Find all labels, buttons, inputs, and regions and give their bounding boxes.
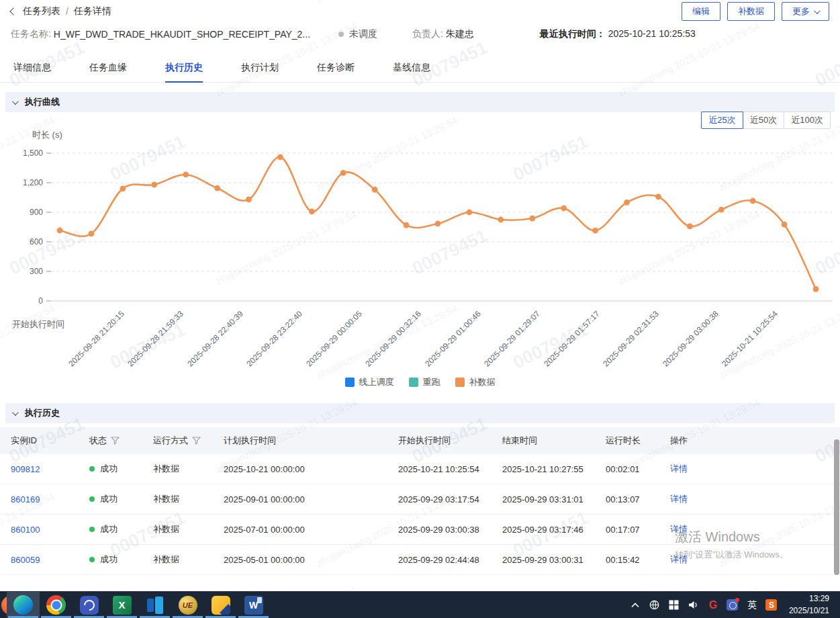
end-time-cell: 2025-09-29 03:17:46 [502, 525, 606, 535]
detail-link[interactable]: 详情 [670, 494, 688, 504]
breadcrumb-task-list[interactable]: 任务列表 [23, 5, 60, 17]
last-run: 最近执行时间： 2025-10-21 10:25:53 [540, 28, 696, 40]
range-button-近100次[interactable]: 近100次 [784, 112, 831, 129]
tab-详细信息[interactable]: 详细信息 [13, 56, 51, 82]
data-point[interactable] [467, 210, 473, 216]
data-point[interactable] [561, 206, 567, 212]
taskbar-app-chat-app[interactable] [73, 592, 105, 618]
legend-swatch-icon [345, 378, 355, 387]
volume-icon[interactable] [686, 592, 701, 618]
back-icon[interactable] [9, 7, 17, 15]
taskbar-app-chrome[interactable] [40, 592, 73, 618]
y-tick-label: 900 [12, 208, 43, 217]
section-title: 执行历史 [25, 407, 60, 419]
detail-link[interactable]: 详情 [670, 554, 688, 564]
planned-time-cell: 2025-10-21 00:00:00 [224, 464, 398, 474]
data-point[interactable] [404, 222, 410, 228]
end-time-cell: 2025-10-21 10:27:55 [502, 464, 606, 474]
data-point[interactable] [498, 217, 504, 223]
detail-link[interactable]: 详情 [670, 464, 688, 474]
data-point[interactable] [782, 222, 788, 228]
instance-id-link[interactable]: 909812 [11, 464, 40, 474]
status-cell: 成功 [89, 463, 153, 475]
data-point[interactable] [372, 187, 378, 193]
chat-badge-app-icon[interactable] [725, 592, 740, 618]
data-point[interactable] [340, 170, 346, 176]
status-text: 未调度 [349, 28, 377, 40]
tab-执行计划[interactable]: 执行计划 [241, 56, 279, 82]
execution-history-table: 实例ID状态运行方式计划执行时间开始执行时间结束时间运行时长操作 909812成… [0, 427, 840, 575]
taskbar-app-excel[interactable]: X [105, 592, 138, 618]
data-point[interactable] [813, 286, 819, 292]
instance-id-link[interactable]: 860169 [11, 494, 40, 504]
filter-icon[interactable] [111, 437, 120, 445]
planned-time-cell: 2025-07-01 00:00:00 [224, 525, 398, 535]
range-button-近50次[interactable]: 近50次 [743, 112, 784, 129]
column-header-实例ID: 实例ID [11, 435, 89, 447]
tab-基线信息[interactable]: 基线信息 [393, 56, 430, 82]
data-point[interactable] [151, 182, 157, 188]
s-app-icon[interactable]: S [764, 592, 779, 618]
task-info-row: 任务名称: H_WF_DWD_TRADE_HKAUDIT_SHOP_RECEIP… [0, 23, 840, 42]
task-name-value: H_WF_DWD_TRADE_HKAUDIT_SHOP_RECEIPT_PAY_… [54, 29, 310, 40]
data-point[interactable] [89, 231, 95, 237]
section-execution-history[interactable]: 执行历史 [5, 403, 835, 423]
filter-icon[interactable] [192, 437, 201, 445]
data-point[interactable] [120, 185, 126, 191]
data-point[interactable] [435, 221, 441, 227]
range-button-近25次[interactable]: 近25次 [701, 112, 743, 129]
edge-icon [13, 595, 33, 615]
vertical-scrollbar-thumb[interactable] [834, 439, 839, 575]
legend-item-线上调度[interactable]: 线上调度 [345, 376, 394, 388]
detail-link[interactable]: 详情 [670, 524, 688, 534]
y-tick-label: 0 [12, 296, 43, 306]
legend-item-补数据[interactable]: 补数据 [455, 376, 496, 388]
legend-item-重跑[interactable]: 重跑 [409, 376, 440, 388]
data-point[interactable] [718, 207, 725, 213]
tab-执行历史[interactable]: 执行历史 [165, 56, 203, 82]
start-time-cell: 2025-09-29 03:00:38 [398, 525, 502, 535]
edit-button[interactable]: 编辑 [682, 2, 720, 21]
breadcrumb: 任务列表 / 任务详情 编辑补数据更多 [0, 0, 840, 23]
data-point[interactable] [750, 198, 756, 204]
taskbar-app-yellow-arrow-app[interactable] [204, 592, 237, 618]
data-point[interactable] [592, 228, 598, 234]
data-point[interactable] [309, 208, 315, 214]
backfill-button[interactable]: 补数据 [727, 2, 775, 21]
network-icon[interactable] [647, 592, 662, 618]
taskbar-app-edge[interactable] [7, 592, 40, 618]
table-row: 860100成功补数据2025-07-01 00:00:002025-09-29… [0, 515, 840, 545]
data-point[interactable] [183, 172, 189, 178]
column-header-开始执行时间: 开始执行时间 [398, 435, 502, 447]
tray-expand-chevron-icon[interactable] [628, 592, 643, 618]
g-app-icon[interactable]: G [706, 592, 720, 618]
taskbar-app-word[interactable]: W [237, 592, 270, 618]
owner: 负责人: 朱建忠 [412, 28, 474, 40]
ime-language-indicator[interactable]: 英 [745, 592, 759, 618]
taskbar-app-blue-h-app[interactable] [138, 592, 171, 618]
chart-legend: 线上调度重跑补数据 [0, 376, 840, 388]
data-point[interactable] [655, 193, 661, 200]
instance-id-link[interactable]: 860100 [11, 525, 40, 535]
data-point[interactable] [624, 200, 630, 206]
clipped-app-icon[interactable] [0, 592, 7, 618]
excel-icon: X [113, 596, 132, 615]
start-time-cell: 2025-09-29 03:17:54 [398, 494, 502, 504]
windows-security-icon[interactable] [667, 592, 682, 618]
data-point[interactable] [246, 197, 252, 203]
taskbar-clock[interactable]: 13:29 2025/10/21 [784, 593, 833, 617]
data-point[interactable] [529, 216, 535, 222]
more-button[interactable]: 更多 [782, 2, 829, 21]
tab-任务诊断[interactable]: 任务诊断 [317, 56, 355, 82]
x-tick-label: 2025-09-28 23:22:40 [245, 309, 305, 369]
data-point[interactable] [687, 224, 693, 230]
instance-id-link[interactable]: 860059 [11, 555, 40, 565]
data-point[interactable] [277, 154, 283, 160]
taskbar-app-ultraedit[interactable]: UE [171, 592, 204, 618]
planned-time-cell: 2025-05-01 00:00:00 [224, 555, 398, 565]
legend-label: 重跑 [423, 376, 440, 388]
data-point[interactable] [214, 185, 220, 191]
tab-任务血缘[interactable]: 任务血缘 [89, 56, 127, 82]
breadcrumb-task-detail: 任务详情 [74, 5, 111, 17]
data-point[interactable] [57, 228, 63, 234]
